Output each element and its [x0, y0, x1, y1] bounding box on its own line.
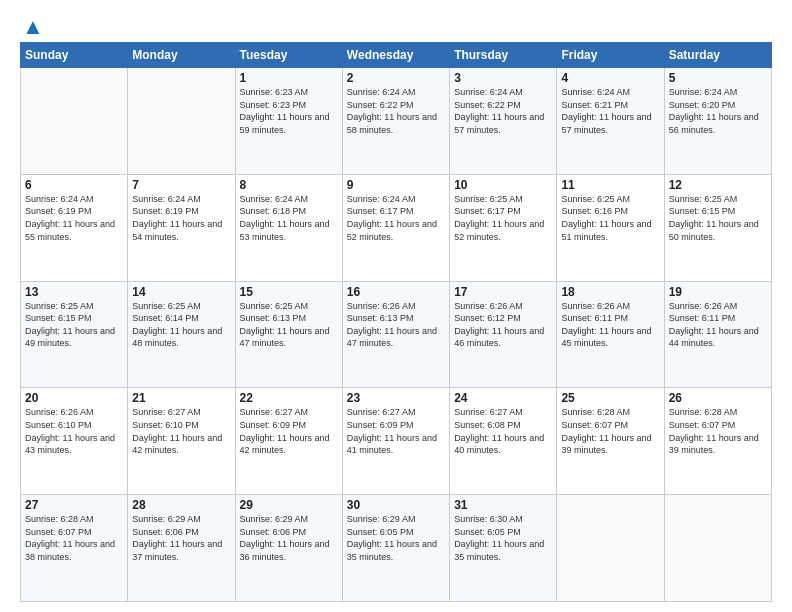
day-cell: 18Sunrise: 6:26 AMSunset: 6:11 PMDayligh…	[557, 281, 664, 388]
week-row-2: 6Sunrise: 6:24 AMSunset: 6:19 PMDaylight…	[21, 174, 772, 281]
day-cell: 13Sunrise: 6:25 AMSunset: 6:15 PMDayligh…	[21, 281, 128, 388]
day-number: 8	[240, 178, 338, 192]
day-info: Sunrise: 6:25 AMSunset: 6:13 PMDaylight:…	[240, 300, 338, 350]
day-cell: 8Sunrise: 6:24 AMSunset: 6:18 PMDaylight…	[235, 174, 342, 281]
day-info: Sunrise: 6:27 AMSunset: 6:08 PMDaylight:…	[454, 406, 552, 456]
day-number: 26	[669, 391, 767, 405]
day-cell: 7Sunrise: 6:24 AMSunset: 6:19 PMDaylight…	[128, 174, 235, 281]
day-cell: 20Sunrise: 6:26 AMSunset: 6:10 PMDayligh…	[21, 388, 128, 495]
week-row-1: 1Sunrise: 6:23 AMSunset: 6:23 PMDaylight…	[21, 68, 772, 175]
day-info: Sunrise: 6:28 AMSunset: 6:07 PMDaylight:…	[669, 406, 767, 456]
day-info: Sunrise: 6:25 AMSunset: 6:16 PMDaylight:…	[561, 193, 659, 243]
day-number: 7	[132, 178, 230, 192]
day-number: 10	[454, 178, 552, 192]
day-number: 17	[454, 285, 552, 299]
page: ▲ SundayMondayTuesdayWednesdayThursdayFr…	[0, 0, 792, 612]
day-info: Sunrise: 6:27 AMSunset: 6:09 PMDaylight:…	[240, 406, 338, 456]
day-cell: 2Sunrise: 6:24 AMSunset: 6:22 PMDaylight…	[342, 68, 449, 175]
day-info: Sunrise: 6:26 AMSunset: 6:10 PMDaylight:…	[25, 406, 123, 456]
day-info: Sunrise: 6:24 AMSunset: 6:22 PMDaylight:…	[454, 86, 552, 136]
day-number: 28	[132, 498, 230, 512]
day-cell: 31Sunrise: 6:30 AMSunset: 6:05 PMDayligh…	[450, 495, 557, 602]
day-info: Sunrise: 6:24 AMSunset: 6:19 PMDaylight:…	[25, 193, 123, 243]
day-number: 4	[561, 71, 659, 85]
day-number: 25	[561, 391, 659, 405]
day-number: 20	[25, 391, 123, 405]
day-cell	[557, 495, 664, 602]
day-cell: 28Sunrise: 6:29 AMSunset: 6:06 PMDayligh…	[128, 495, 235, 602]
day-cell: 6Sunrise: 6:24 AMSunset: 6:19 PMDaylight…	[21, 174, 128, 281]
day-number: 18	[561, 285, 659, 299]
day-cell: 21Sunrise: 6:27 AMSunset: 6:10 PMDayligh…	[128, 388, 235, 495]
day-cell: 26Sunrise: 6:28 AMSunset: 6:07 PMDayligh…	[664, 388, 771, 495]
day-info: Sunrise: 6:24 AMSunset: 6:17 PMDaylight:…	[347, 193, 445, 243]
calendar-table: SundayMondayTuesdayWednesdayThursdayFrid…	[20, 42, 772, 602]
day-info: Sunrise: 6:25 AMSunset: 6:17 PMDaylight:…	[454, 193, 552, 243]
day-info: Sunrise: 6:26 AMSunset: 6:11 PMDaylight:…	[669, 300, 767, 350]
day-number: 12	[669, 178, 767, 192]
day-number: 23	[347, 391, 445, 405]
day-cell	[21, 68, 128, 175]
week-row-4: 20Sunrise: 6:26 AMSunset: 6:10 PMDayligh…	[21, 388, 772, 495]
header-row: SundayMondayTuesdayWednesdayThursdayFrid…	[21, 43, 772, 68]
logo: ▲	[20, 18, 44, 32]
day-number: 9	[347, 178, 445, 192]
day-cell: 24Sunrise: 6:27 AMSunset: 6:08 PMDayligh…	[450, 388, 557, 495]
day-number: 29	[240, 498, 338, 512]
logo-bird-icon: ▲	[22, 14, 44, 40]
col-header-wednesday: Wednesday	[342, 43, 449, 68]
day-info: Sunrise: 6:26 AMSunset: 6:11 PMDaylight:…	[561, 300, 659, 350]
day-cell	[128, 68, 235, 175]
day-cell: 27Sunrise: 6:28 AMSunset: 6:07 PMDayligh…	[21, 495, 128, 602]
day-cell: 3Sunrise: 6:24 AMSunset: 6:22 PMDaylight…	[450, 68, 557, 175]
day-info: Sunrise: 6:24 AMSunset: 6:18 PMDaylight:…	[240, 193, 338, 243]
day-cell: 29Sunrise: 6:29 AMSunset: 6:06 PMDayligh…	[235, 495, 342, 602]
day-info: Sunrise: 6:29 AMSunset: 6:05 PMDaylight:…	[347, 513, 445, 563]
day-info: Sunrise: 6:28 AMSunset: 6:07 PMDaylight:…	[25, 513, 123, 563]
day-number: 15	[240, 285, 338, 299]
week-row-3: 13Sunrise: 6:25 AMSunset: 6:15 PMDayligh…	[21, 281, 772, 388]
day-number: 5	[669, 71, 767, 85]
col-header-monday: Monday	[128, 43, 235, 68]
day-info: Sunrise: 6:24 AMSunset: 6:19 PMDaylight:…	[132, 193, 230, 243]
day-cell: 19Sunrise: 6:26 AMSunset: 6:11 PMDayligh…	[664, 281, 771, 388]
day-number: 1	[240, 71, 338, 85]
day-number: 14	[132, 285, 230, 299]
day-info: Sunrise: 6:29 AMSunset: 6:06 PMDaylight:…	[240, 513, 338, 563]
day-info: Sunrise: 6:23 AMSunset: 6:23 PMDaylight:…	[240, 86, 338, 136]
day-info: Sunrise: 6:27 AMSunset: 6:10 PMDaylight:…	[132, 406, 230, 456]
day-cell: 25Sunrise: 6:28 AMSunset: 6:07 PMDayligh…	[557, 388, 664, 495]
col-header-saturday: Saturday	[664, 43, 771, 68]
day-number: 11	[561, 178, 659, 192]
day-info: Sunrise: 6:24 AMSunset: 6:20 PMDaylight:…	[669, 86, 767, 136]
header: ▲	[20, 18, 772, 32]
day-cell: 1Sunrise: 6:23 AMSunset: 6:23 PMDaylight…	[235, 68, 342, 175]
day-cell: 5Sunrise: 6:24 AMSunset: 6:20 PMDaylight…	[664, 68, 771, 175]
day-cell: 22Sunrise: 6:27 AMSunset: 6:09 PMDayligh…	[235, 388, 342, 495]
day-info: Sunrise: 6:24 AMSunset: 6:21 PMDaylight:…	[561, 86, 659, 136]
day-number: 30	[347, 498, 445, 512]
day-info: Sunrise: 6:25 AMSunset: 6:15 PMDaylight:…	[25, 300, 123, 350]
col-header-friday: Friday	[557, 43, 664, 68]
day-info: Sunrise: 6:28 AMSunset: 6:07 PMDaylight:…	[561, 406, 659, 456]
day-cell: 4Sunrise: 6:24 AMSunset: 6:21 PMDaylight…	[557, 68, 664, 175]
day-number: 22	[240, 391, 338, 405]
day-cell	[664, 495, 771, 602]
day-info: Sunrise: 6:27 AMSunset: 6:09 PMDaylight:…	[347, 406, 445, 456]
day-info: Sunrise: 6:30 AMSunset: 6:05 PMDaylight:…	[454, 513, 552, 563]
day-info: Sunrise: 6:25 AMSunset: 6:14 PMDaylight:…	[132, 300, 230, 350]
day-number: 19	[669, 285, 767, 299]
col-header-sunday: Sunday	[21, 43, 128, 68]
day-number: 6	[25, 178, 123, 192]
week-row-5: 27Sunrise: 6:28 AMSunset: 6:07 PMDayligh…	[21, 495, 772, 602]
day-number: 16	[347, 285, 445, 299]
day-cell: 10Sunrise: 6:25 AMSunset: 6:17 PMDayligh…	[450, 174, 557, 281]
col-header-thursday: Thursday	[450, 43, 557, 68]
day-info: Sunrise: 6:24 AMSunset: 6:22 PMDaylight:…	[347, 86, 445, 136]
day-number: 24	[454, 391, 552, 405]
day-cell: 15Sunrise: 6:25 AMSunset: 6:13 PMDayligh…	[235, 281, 342, 388]
day-cell: 17Sunrise: 6:26 AMSunset: 6:12 PMDayligh…	[450, 281, 557, 388]
day-info: Sunrise: 6:29 AMSunset: 6:06 PMDaylight:…	[132, 513, 230, 563]
day-cell: 30Sunrise: 6:29 AMSunset: 6:05 PMDayligh…	[342, 495, 449, 602]
day-info: Sunrise: 6:25 AMSunset: 6:15 PMDaylight:…	[669, 193, 767, 243]
